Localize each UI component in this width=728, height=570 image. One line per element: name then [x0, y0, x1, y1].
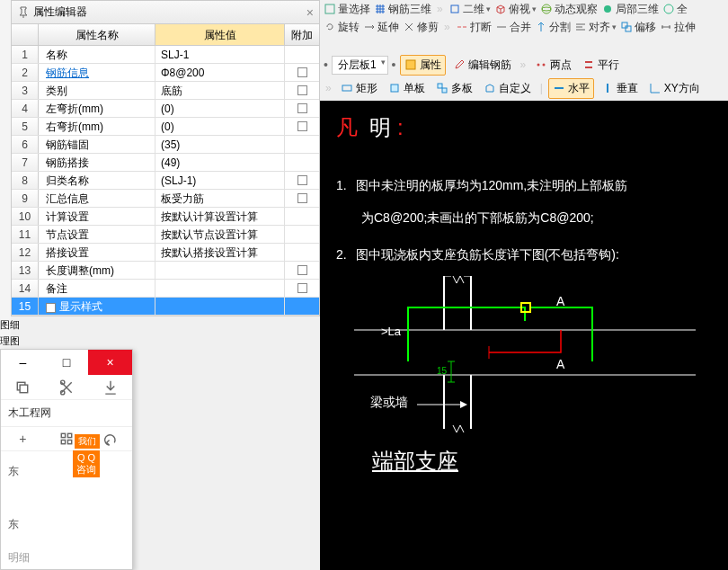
tb-extend[interactable]: 延伸 [363, 20, 399, 35]
tb-rotate[interactable]: 旋转 [324, 20, 360, 35]
prop-value[interactable]: (SLJ-1) [155, 172, 285, 189]
side-label-tuxi[interactable]: 图细 [0, 318, 20, 332]
col-value-header[interactable]: 属性值 [155, 24, 285, 45]
prop-value[interactable] [155, 262, 285, 279]
prop-add[interactable] [285, 136, 319, 153]
tb-edit-rebar[interactable]: 编辑钢筋 [449, 56, 515, 75]
layer-dropdown[interactable]: 分层板1 [332, 56, 388, 75]
prop-add[interactable] [285, 100, 319, 117]
women-badge[interactable]: 我们 [75, 434, 100, 449]
prop-add[interactable] [285, 172, 319, 189]
property-row[interactable]: 7钢筋搭接(49) [12, 154, 319, 172]
property-row[interactable]: 10计算设置按默认计算设置计算 [12, 208, 319, 226]
tb-property[interactable]: 属性 [400, 55, 446, 76]
prop-add[interactable] [285, 118, 319, 135]
tb-vertical[interactable]: 垂直 [598, 79, 642, 98]
copy-icon[interactable] [13, 379, 31, 396]
prop-value[interactable]: (35) [155, 136, 285, 153]
pin-icon[interactable] [17, 6, 30, 19]
checkbox[interactable] [297, 193, 307, 203]
prop-value[interactable]: 按默认计算设置计算 [155, 208, 285, 225]
prop-value[interactable]: Φ8@200 [155, 64, 285, 81]
property-row[interactable]: 14备注 [12, 280, 319, 298]
expand-icon[interactable]: + [46, 303, 56, 313]
checkbox[interactable] [297, 283, 307, 293]
prop-value[interactable]: 底筋 [155, 82, 285, 99]
property-row[interactable]: 4左弯折(mm)(0) [12, 100, 319, 118]
tb-stretch[interactable]: 拉伸 [660, 20, 696, 35]
prop-add[interactable] [285, 226, 319, 243]
mini-max-button[interactable]: □ [45, 350, 89, 375]
tb-join[interactable]: 合并 [495, 20, 531, 35]
tb-parallel[interactable]: 平行 [579, 56, 623, 75]
prop-value[interactable]: 板受力筋 [155, 190, 285, 207]
panel-close-icon[interactable]: × [306, 5, 314, 20]
prop-value[interactable]: SLJ-1 [155, 46, 285, 63]
prop-add[interactable] [285, 154, 319, 171]
plus-icon[interactable]: + [13, 430, 31, 448]
tb-offset[interactable]: 偏移 [620, 20, 656, 35]
side-label-lituceng[interactable]: 理图 [0, 334, 20, 348]
col-add-header[interactable]: 附加 [285, 24, 319, 45]
checkbox[interactable] [297, 175, 307, 185]
prop-value[interactable] [155, 280, 285, 297]
checkbox[interactable] [297, 67, 307, 77]
tb-rect[interactable]: 矩形 [337, 79, 381, 98]
tb-qty-select[interactable]: 量选择 [324, 2, 370, 17]
tb-top-view[interactable]: 俯视▾ [494, 2, 537, 17]
prop-add[interactable] [285, 190, 319, 207]
prop-value[interactable] [155, 298, 285, 315]
property-row[interactable]: 11节点设置按默认节点设置计算 [12, 226, 319, 244]
tb-align[interactable]: 对齐▾ [574, 20, 617, 35]
property-row[interactable]: 8归类名称(SLJ-1) [12, 172, 319, 190]
cut-icon[interactable] [58, 379, 75, 396]
prop-add[interactable] [285, 82, 319, 99]
checkbox[interactable] [297, 85, 307, 95]
tb-2d[interactable]: 二维▾ [448, 2, 491, 17]
prop-add[interactable] [285, 280, 319, 297]
checkbox[interactable] [297, 265, 307, 275]
prop-add[interactable] [285, 262, 319, 279]
prop-add[interactable] [285, 64, 319, 81]
mini-close-button[interactable]: × [88, 350, 132, 375]
tb-multi-slab[interactable]: 多板 [432, 79, 476, 98]
tb-rebar-3d[interactable]: 钢筋三维 [374, 2, 431, 17]
mini-min-button[interactable]: – [1, 350, 45, 375]
property-row[interactable]: 13长度调整(mm) [12, 262, 319, 280]
property-row[interactable]: 3类别底筋 [12, 82, 319, 100]
tb-two-point[interactable]: 两点 [531, 56, 575, 75]
tb-split[interactable]: 分割 [535, 20, 571, 35]
checkbox[interactable] [297, 103, 307, 113]
property-row[interactable]: 1名称SLJ-1 [12, 46, 319, 64]
undo-icon[interactable] [102, 430, 120, 448]
prop-value[interactable]: (49) [155, 154, 285, 171]
tb-orbit[interactable]: 动态观察 [540, 2, 598, 17]
tb-local-3d[interactable]: 局部三维 [601, 2, 659, 17]
property-row[interactable]: 6钢筋锚固(35) [12, 136, 319, 154]
prop-add[interactable] [285, 208, 319, 225]
prop-add[interactable] [285, 298, 319, 315]
prop-value[interactable]: 按默认节点设置计算 [155, 226, 285, 243]
qq-badge[interactable]: Q Q 咨询 [73, 450, 100, 477]
property-row[interactable]: 5右弯折(mm)(0) [12, 118, 319, 136]
tb-all[interactable]: 全 [662, 2, 688, 17]
tb-break[interactable]: 打断 [456, 20, 492, 35]
tb-trim[interactable]: 修剪 [403, 20, 439, 35]
prop-value[interactable]: (0) [155, 100, 285, 117]
property-row[interactable]: 12搭接设置按默认搭接设置计算 [12, 244, 319, 262]
property-row[interactable]: 15+显示样式 [12, 298, 319, 316]
tb-horizontal[interactable]: 水平 [548, 78, 594, 99]
checkbox[interactable] [297, 121, 307, 131]
download-icon[interactable] [102, 379, 120, 396]
prop-value[interactable]: (0) [155, 118, 285, 135]
tb-single-slab[interactable]: 单板 [385, 79, 429, 98]
tb-custom[interactable]: 自定义 [480, 79, 535, 98]
tb-xy[interactable]: XY方向 [645, 79, 704, 98]
property-row[interactable]: 2钢筋信息Φ8@200 [12, 64, 319, 82]
property-row[interactable]: 9汇总信息板受力筋 [12, 190, 319, 208]
col-name-header[interactable]: 属性名称 [39, 24, 155, 45]
prop-add[interactable] [285, 244, 319, 261]
grid2-icon[interactable] [58, 430, 75, 448]
prop-add[interactable] [285, 46, 319, 63]
prop-value[interactable]: 按默认搭接设置计算 [155, 244, 285, 261]
